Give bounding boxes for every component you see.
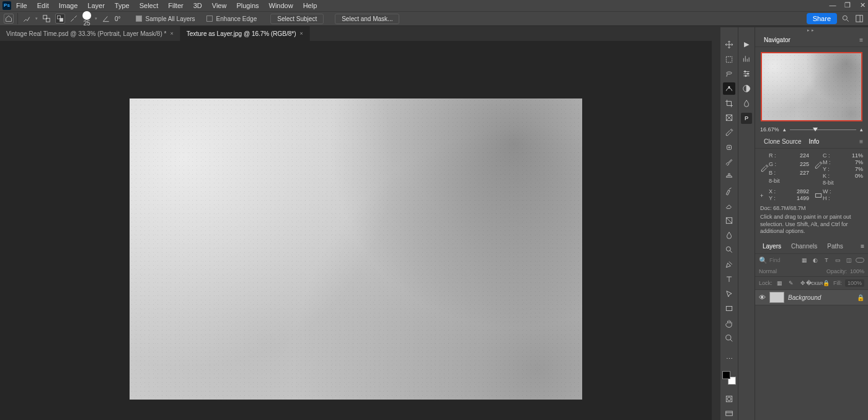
panel-menu-icon[interactable]: ≡ bbox=[859, 138, 863, 145]
lasso-tool[interactable] bbox=[723, 68, 735, 80]
filter-pixel-icon[interactable]: ▦ bbox=[800, 256, 808, 265]
lock-transparency-icon[interactable]: ▦ bbox=[776, 279, 784, 287]
clone-source-tab[interactable]: Clone Source bbox=[760, 136, 805, 147]
layer-thumbnail[interactable] bbox=[769, 292, 784, 303]
path-selection-tool[interactable] bbox=[723, 288, 735, 300]
tab-close-icon[interactable]: × bbox=[300, 30, 303, 37]
move-tool[interactable] bbox=[723, 38, 735, 51]
color-swatches[interactable] bbox=[722, 371, 736, 385]
eyedropper-tool[interactable] bbox=[723, 126, 735, 139]
marquee-tool[interactable] bbox=[723, 53, 735, 66]
edit-toolbar-icon[interactable]: ⋯ bbox=[723, 352, 735, 365]
actions-panel-icon[interactable]: ▶ bbox=[741, 38, 752, 50]
select-and-mask-button[interactable]: Select and Mask... bbox=[335, 14, 399, 24]
menu-type[interactable]: Type bbox=[110, 0, 135, 11]
menu-edit[interactable]: Edit bbox=[32, 0, 54, 11]
fill-value[interactable]: 100% bbox=[845, 279, 864, 287]
zoom-slider[interactable] bbox=[790, 128, 856, 131]
paths-tab[interactable]: Paths bbox=[823, 242, 847, 251]
angle-value[interactable]: 0° bbox=[115, 15, 121, 22]
filter-toggle[interactable] bbox=[856, 258, 864, 263]
brush-preview[interactable]: 25 bbox=[82, 11, 91, 27]
type-tool[interactable] bbox=[723, 273, 735, 286]
navigator-tab[interactable]: Navigator bbox=[760, 34, 794, 46]
panel-menu-icon[interactable]: ≡ bbox=[861, 243, 864, 250]
rectangle-tool[interactable] bbox=[723, 302, 735, 315]
lock-all-icon[interactable]: 🔒 bbox=[822, 279, 830, 287]
document-tab-1[interactable]: Vintage Real Time.psd @ 33.3% (Portrait,… bbox=[0, 26, 180, 41]
menu-image[interactable]: Image bbox=[54, 0, 83, 11]
brush-tool[interactable] bbox=[723, 156, 735, 168]
lock-artboard-icon[interactable]: �ская bbox=[810, 279, 818, 287]
filter-shape-icon[interactable]: ▭ bbox=[833, 256, 842, 265]
gradient-tool[interactable] bbox=[723, 214, 735, 227]
layer-find-input[interactable] bbox=[769, 257, 794, 263]
menu-3d[interactable]: 3D bbox=[188, 0, 207, 11]
subtract-selection-icon[interactable] bbox=[55, 14, 65, 24]
adjustments-panel-icon[interactable] bbox=[741, 83, 752, 94]
frame-tool[interactable] bbox=[723, 112, 735, 124]
properties-panel-icon[interactable] bbox=[741, 68, 752, 79]
blur-tool[interactable] bbox=[723, 229, 735, 242]
channels-tab[interactable]: Channels bbox=[787, 242, 821, 251]
brushes-panel-icon[interactable] bbox=[741, 98, 752, 109]
clone-stamp-tool[interactable] bbox=[723, 170, 735, 183]
filter-adjust-icon[interactable]: ◐ bbox=[811, 256, 820, 265]
document-canvas[interactable] bbox=[130, 98, 582, 400]
quick-selection-tool[interactable] bbox=[723, 82, 735, 95]
history-brush-tool[interactable] bbox=[723, 185, 735, 198]
menu-help[interactable]: Help bbox=[298, 0, 322, 11]
menu-window[interactable]: Window bbox=[264, 0, 298, 11]
window-minimize[interactable]: — bbox=[828, 1, 837, 9]
menu-file[interactable]: File bbox=[11, 0, 32, 11]
tool-preset-icon[interactable] bbox=[22, 14, 32, 24]
visibility-icon[interactable]: 👁 bbox=[759, 294, 766, 301]
zoom-value[interactable]: 16.67% bbox=[760, 126, 779, 133]
menu-select[interactable]: Select bbox=[135, 0, 164, 11]
brush-settings-icon[interactable] bbox=[69, 14, 79, 24]
histogram-panel-icon[interactable] bbox=[741, 53, 752, 64]
opacity-value[interactable]: 100% bbox=[850, 268, 864, 274]
info-tab[interactable]: Info bbox=[805, 136, 823, 147]
panel-menu-icon[interactable]: ≡ bbox=[859, 37, 863, 43]
filter-type-icon[interactable]: T bbox=[822, 256, 831, 265]
dodge-tool[interactable] bbox=[723, 244, 735, 256]
eraser-tool[interactable] bbox=[723, 200, 735, 212]
lock-icon[interactable]: 🔒 bbox=[857, 294, 864, 301]
lock-pixels-icon[interactable]: ✎ bbox=[787, 279, 795, 287]
foreground-color[interactable] bbox=[722, 371, 730, 379]
menu-layer[interactable]: Layer bbox=[82, 0, 110, 11]
collapse-arrows-icon[interactable]: ▸▸ bbox=[755, 27, 868, 33]
window-close[interactable]: ✕ bbox=[858, 1, 867, 9]
screen-mode-icon[interactable] bbox=[723, 408, 735, 420]
document-tab-2[interactable]: Texture as Layer.jpg @ 16.7% (RGB/8*) × bbox=[180, 26, 310, 41]
crop-tool[interactable] bbox=[723, 97, 735, 110]
filter-smart-icon[interactable]: ◫ bbox=[844, 256, 853, 265]
tab-close-icon[interactable]: × bbox=[170, 30, 173, 37]
share-button[interactable]: Share bbox=[807, 13, 837, 24]
workspace-icon[interactable] bbox=[854, 14, 864, 24]
healing-brush-tool[interactable] bbox=[723, 141, 735, 154]
navigator-thumbnail[interactable] bbox=[761, 52, 862, 121]
pen-tool[interactable] bbox=[723, 258, 735, 271]
zoom-tool[interactable] bbox=[723, 332, 735, 344]
menu-plugins[interactable]: Plugins bbox=[231, 0, 264, 11]
sample-all-checkbox[interactable] bbox=[136, 15, 142, 22]
enhance-edge-checkbox[interactable] bbox=[206, 15, 213, 22]
layers-tab[interactable]: Layers bbox=[759, 242, 785, 251]
add-selection-icon[interactable] bbox=[42, 14, 51, 24]
menu-view[interactable]: View bbox=[207, 0, 232, 11]
layer-name[interactable]: Background bbox=[788, 294, 821, 301]
zoom-out-icon[interactable]: ▴ bbox=[783, 126, 786, 133]
quick-mask-icon[interactable] bbox=[723, 393, 735, 406]
search-icon[interactable] bbox=[841, 14, 851, 24]
home-icon[interactable] bbox=[4, 14, 14, 24]
window-restore[interactable]: ❐ bbox=[843, 1, 852, 9]
hand-tool[interactable] bbox=[723, 317, 735, 330]
select-subject-button[interactable]: Select Subject bbox=[270, 14, 324, 24]
menu-filter[interactable]: Filter bbox=[163, 0, 188, 11]
character-panel-icon[interactable]: P bbox=[741, 113, 752, 124]
canvas-area[interactable] bbox=[0, 41, 712, 420]
zoom-in-icon[interactable]: ▴ bbox=[860, 126, 863, 133]
blend-mode-select[interactable]: Normal bbox=[759, 268, 777, 274]
